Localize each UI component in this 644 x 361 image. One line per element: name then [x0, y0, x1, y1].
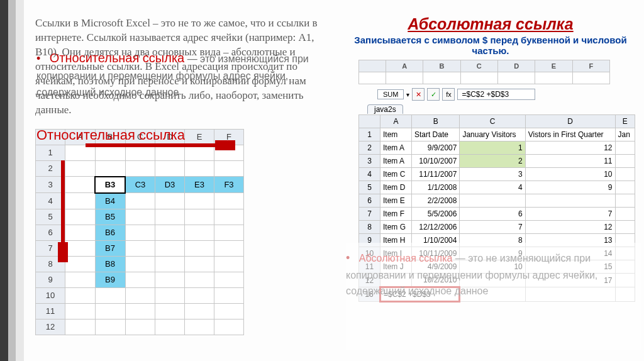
cell-e3[interactable]: E3	[185, 177, 214, 193]
cell-f3[interactable]: F3	[214, 177, 244, 193]
cell-c3[interactable]: C3	[125, 177, 155, 193]
col-header: B	[411, 115, 460, 128]
col-header: C	[460, 115, 525, 128]
cell-b3[interactable]: B3	[95, 177, 125, 193]
mini-header-grid: A B C D E F	[358, 60, 610, 84]
col-header: E	[615, 115, 635, 128]
corner-cell	[359, 60, 386, 72]
fx-icon[interactable]: fx	[442, 88, 455, 101]
relative-grid-table: A B C D E F 1 2 3 B3 C3 D3 E3 F3	[35, 129, 244, 335]
ghost-relative-heading: Относительная ссылка	[36, 127, 185, 143]
cell-b9[interactable]: B9	[95, 272, 125, 287]
left-column: • Относительная ссылка — это изменяющийс…	[35, 16, 325, 335]
cell-b8[interactable]: B8	[95, 256, 125, 272]
cell-b7[interactable]: B7	[95, 240, 125, 256]
ghost-absolute-title: Абсолютная ссылка	[359, 253, 453, 264]
name-box[interactable]: SUM	[377, 89, 404, 99]
corner-cell	[359, 115, 380, 128]
side-stripe	[0, 0, 24, 361]
absolute-title: Абсолютная ссылка	[340, 15, 641, 33]
cell-b4[interactable]: B4	[95, 193, 125, 209]
formula-input[interactable]: =$C$2 +$D$3	[457, 89, 535, 100]
confirm-icon[interactable]: ✓	[427, 88, 440, 101]
col-header: A	[380, 115, 412, 128]
cancel-icon[interactable]: ✕	[412, 88, 425, 101]
relative-example-grid: A B C D E F 1 2 3 B3 C3 D3 E3 F3	[35, 129, 249, 335]
cell-d3[interactable]: D3	[155, 177, 185, 193]
main-paragraph: Ссылки в Microsoft Excel – это не то же …	[35, 16, 325, 118]
formula-bar: SUM ▾ ✕ ✓ fx =$C$2 +$D$3	[377, 88, 641, 101]
ghost-absolute-text: • Абсолютная ссылка — это не изменяющийс…	[346, 249, 635, 299]
cell-b6[interactable]: B6	[95, 225, 125, 240]
sheet-tab[interactable]: java2s	[367, 104, 403, 114]
cell-b5[interactable]: B5	[95, 209, 125, 225]
col-header: D	[525, 115, 615, 128]
absolute-subtitle: Записывается с символом $ перед буквенно…	[340, 35, 641, 56]
bullet-icon: •	[346, 252, 356, 264]
